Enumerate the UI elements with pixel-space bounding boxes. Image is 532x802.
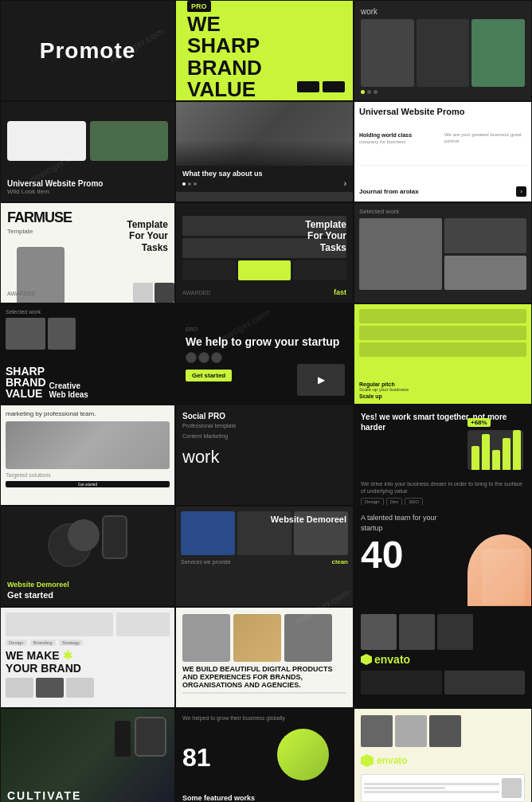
startup-video[interactable]: ▶ (297, 364, 345, 396)
mkt-bar-text: Get started (78, 482, 98, 487)
cult-bracelet (115, 721, 131, 757)
envato-icon (361, 654, 372, 665)
work-image-3 (471, 19, 525, 87)
dg-title: WE BUILD BEAUTIFUL DIGITAL PRODUCTS AND … (182, 665, 346, 689)
env-screen-2 (444, 671, 526, 694)
envato2-cell: envato (354, 708, 532, 802)
wm-img-3 (66, 678, 94, 698)
smart-cell: Yes! we work smart together, not more ha… (354, 405, 532, 506)
smart-badge: +68% (467, 418, 491, 427)
smart-tag-3: SEO (405, 498, 423, 506)
dr-clean: clean (332, 558, 348, 565)
marketing-cell: marketing by professional team. Targeted… (0, 405, 175, 506)
dr-screen-1 (181, 511, 235, 555)
gs-phone (102, 515, 127, 559)
bv-img-2 (48, 318, 76, 350)
wm-tag-1: Design (6, 640, 27, 646)
ys-box-1 (359, 309, 526, 323)
envato-logo: envato (361, 653, 525, 666)
universal-dark-title: Universal Website Promo (7, 179, 168, 188)
we-make-cell: Design Branding Strategy WE MAKE ✱YOUR B… (0, 607, 175, 708)
env-photo-car (399, 614, 435, 650)
universal-right-header: Universal Website Promo (359, 107, 526, 116)
farmuse-img-2 (155, 283, 174, 303)
template-row-3 (182, 260, 346, 280)
ys-label-1: Regular pitch (359, 381, 526, 387)
cult-watch (135, 717, 166, 757)
env2-lines (364, 783, 499, 793)
sp-sub: Professional template (182, 423, 346, 428)
env2-line-1 (364, 783, 499, 785)
template-mini-3 (293, 260, 346, 280)
dr-bottom: Services we provide clean (181, 558, 348, 565)
promote-cell: Promote (0, 0, 175, 101)
ur-col-2: We are your greatest business great part… (444, 132, 526, 146)
ur-col-1: Holding world class company for business (359, 132, 441, 146)
env2-people (361, 715, 525, 747)
cot-title: A talented team for your startup (361, 513, 448, 533)
template-dark-cell: TemplateFor YourTasks AWARDED fast (175, 202, 354, 303)
dg-photos (182, 614, 346, 662)
gs-objects (48, 515, 127, 579)
env2-person-2 (395, 715, 427, 747)
bv-img-1 (6, 318, 45, 350)
env2-person-3 (429, 715, 461, 747)
team-avatar-1 (186, 352, 197, 363)
mkt-title: marketing by professional team. (6, 410, 170, 418)
sp-content-label: Content Marketing (182, 433, 346, 439)
bv-sharp-text: SHARPBRANDVALUE CreativeWeb Ideas (6, 366, 170, 399)
dg-photo-3 (284, 614, 332, 662)
template-mini-2 (238, 260, 291, 280)
bv-sharp-right: CreativeWeb Ideas (49, 381, 88, 399)
sp-title: Social PRO (182, 412, 346, 421)
photo-nav-arrow[interactable]: › (344, 179, 346, 188)
env-photo-man (361, 614, 397, 650)
smart-desc: We drive into your business dream in ord… (361, 480, 525, 495)
cot40-cell: A talented team for your startup 40 (354, 506, 532, 607)
universal-right-cols: Holding world class company for business… (359, 132, 526, 146)
env2-line-3 (364, 791, 499, 793)
mkt-bar: Get started (6, 481, 170, 487)
startup-help-text: We help to grow your startup (186, 335, 343, 349)
wm-box-1 (6, 612, 113, 636)
sharp-btn-2[interactable] (323, 81, 345, 92)
cot-thumb (482, 549, 525, 604)
photo-caption-title: What they say about us (182, 170, 346, 178)
bv-sharp-left: SHARPBRANDVALUE (6, 366, 46, 399)
universal-right-title: Universal Website Promo (359, 107, 526, 116)
wm-tag-2: Branding (30, 640, 56, 646)
nav-dot-1 (182, 182, 186, 186)
digital-cell: WE BUILD BEAUTIFUL DIGITAL PRODUCTS AND … (175, 607, 354, 708)
wm-star: ✱ (63, 649, 72, 662)
startup-btn[interactable]: Get started (186, 370, 232, 381)
journal-nav[interactable]: › (516, 186, 526, 197)
smart-bottom: We drive into your business dream in ord… (361, 480, 525, 506)
dg-divider (182, 692, 346, 694)
ur-col-text-1: company for business (359, 139, 441, 146)
chart-bar-5 (513, 430, 521, 470)
team-avatar-3 (211, 352, 222, 363)
env2-logo-text: envato (377, 755, 408, 766)
cultivate-cell: CULTIVATE (0, 708, 175, 802)
farmuse-images (133, 283, 174, 303)
work-image-2 (417, 19, 470, 87)
env2-logo: envato (361, 754, 525, 767)
wm-img-1 (6, 678, 33, 698)
promote-title: Promote (40, 38, 136, 64)
ys-box-2 (359, 326, 526, 340)
thumb-2 (90, 121, 169, 161)
work-dot-1 (361, 90, 365, 94)
sharp-btn-1[interactable] (297, 81, 319, 92)
bv-bottom: SHARPBRANDVALUE CreativeWeb Ideas (6, 366, 170, 399)
wm-imgs (6, 678, 170, 698)
get-started-cell: Website Demoreel Get started (0, 506, 175, 607)
selected-work-cell: Selected work (354, 202, 532, 303)
farmuse-img-1 (133, 283, 153, 303)
chart-bar-1 (471, 446, 479, 470)
featured-works-cell: We helped to grow their business globall… (175, 708, 354, 802)
people-photo (176, 102, 353, 166)
play-icon: ▶ (318, 374, 325, 385)
dr-services: Services we provide (181, 559, 231, 565)
work-cell: work (354, 0, 532, 101)
universal-right-cell: Universal Website Promo Holding world cl… (354, 101, 532, 202)
